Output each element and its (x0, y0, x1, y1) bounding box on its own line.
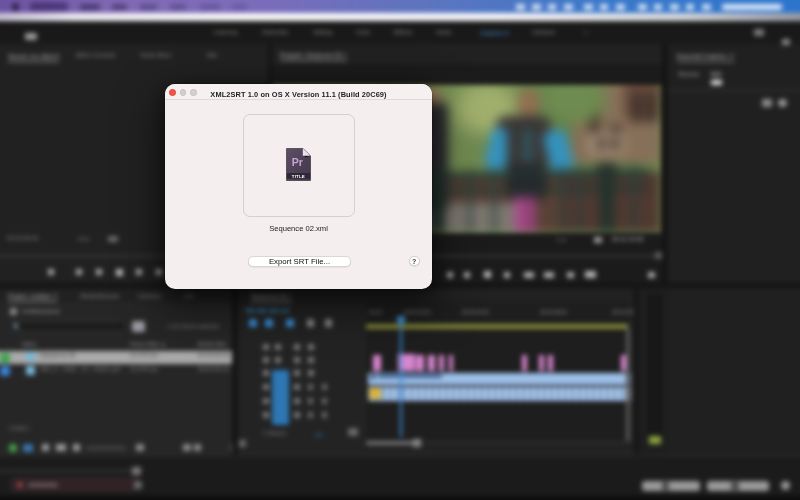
svg-text:Pr: Pr (291, 156, 302, 168)
svg-text:TITLE: TITLE (291, 174, 304, 179)
